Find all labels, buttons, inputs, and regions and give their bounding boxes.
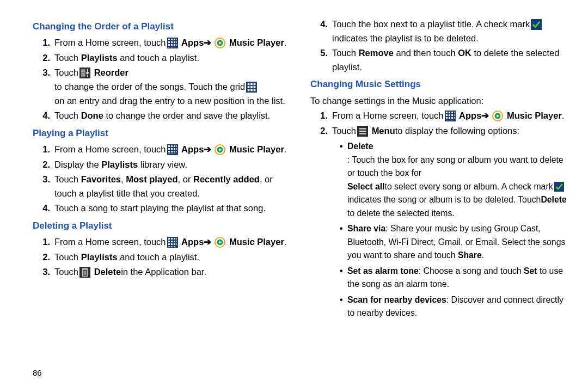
step: 1. From a Home screen, touch Apps ➔ Musi… — [310, 109, 572, 123]
right-column: 4. Touch the box next to a playlist titl… — [310, 16, 572, 326]
text: Remove — [359, 48, 394, 58]
step: 2. Touch Playlists and touch a playlist. — [33, 250, 294, 265]
arrow-icon: ➔ — [204, 36, 213, 50]
text: Set — [524, 266, 537, 275]
text: Touch — [332, 48, 359, 58]
grid-icon — [246, 82, 257, 93]
text: Share via — [347, 224, 385, 233]
step: 2. Touch Menu to display the following o… — [310, 124, 572, 322]
text: Touch — [332, 124, 356, 138]
text: Touch a song to start playing the playli… — [54, 201, 294, 216]
text: Delete — [347, 140, 373, 153]
step: 3. Touch Favorites, Most played, or Rece… — [33, 173, 294, 200]
text: Touch — [54, 252, 81, 262]
text: Touch — [54, 53, 81, 63]
music-player-label: Music Player — [229, 235, 284, 249]
text: Touch — [54, 265, 78, 279]
step: 4. Touch Done to change the order and sa… — [33, 109, 294, 123]
menu-options: Delete: Touch the box for any song or al… — [332, 140, 572, 320]
step: 4. Touch the box next to a playlist titl… — [310, 17, 572, 45]
step: 3. Touch Reorder to change the order of … — [33, 66, 294, 108]
apps-icon — [167, 237, 178, 248]
text: Share — [458, 250, 482, 260]
steps-settings: 1. From a Home screen, touch Apps ➔ Musi… — [310, 109, 572, 322]
step: 1. From a Home screen, touch Apps ➔ Musi… — [33, 143, 294, 157]
heading-playing: Playing a Playlist — [33, 126, 294, 140]
text: Playlists — [81, 53, 118, 63]
text: Favorites — [81, 174, 121, 184]
text: indicates the song or album is to be del… — [347, 193, 541, 206]
text: to delete the selected items. — [347, 207, 455, 220]
music-player-icon — [215, 237, 225, 248]
text: Done — [81, 111, 103, 120]
text: to select every song or album. A check m… — [385, 180, 553, 193]
list-item: Scan for nearby devices: Discover and co… — [340, 293, 572, 320]
text: From a Home screen, touch — [54, 235, 166, 249]
text: , or — [178, 174, 193, 184]
steps-change-order: 1. From a Home screen, touch Apps ➔ Musi… — [33, 36, 294, 122]
text: Menu — [372, 124, 395, 138]
text: Playlists — [101, 160, 138, 169]
music-player-icon — [215, 38, 225, 48]
heading-change-order: Changing the Order of a Playlist — [33, 20, 294, 34]
list-item: Delete: Touch the box for any song or al… — [340, 140, 572, 220]
text: From a Home screen, touch — [54, 143, 166, 157]
text: Recently added — [193, 174, 260, 184]
list-item: Share via: Share your music by using Gro… — [340, 222, 572, 262]
step: 3. Touch Delete in the Application bar. — [33, 265, 294, 279]
text: indicates the playlist is to be deleted. — [332, 32, 479, 46]
heading-deleting: Deleting a Playlist — [33, 219, 294, 233]
text: Touch — [54, 111, 81, 120]
steps-deleting: 1. From a Home screen, touch Apps ➔ Musi… — [33, 235, 294, 279]
step: 1. From a Home screen, touch Apps ➔ Musi… — [33, 235, 294, 249]
text: Playlists — [81, 252, 118, 262]
steps-playing: 1. From a Home screen, touch Apps ➔ Musi… — [33, 143, 294, 216]
text: Scan for nearby devices — [347, 295, 446, 304]
text: Set as alarm tone — [347, 266, 419, 275]
manual-page: Changing the Order of a Playlist 1. From… — [0, 0, 588, 336]
apps-label: Apps — [181, 36, 204, 50]
step: 5. Touch Remove and then touch OK to del… — [310, 46, 572, 74]
text: to display the following options: — [395, 124, 519, 138]
heading-settings: Changing Music Settings — [310, 77, 572, 91]
reorder-icon — [79, 68, 90, 78]
text: Reorder — [94, 66, 128, 80]
apps-label: Apps — [181, 143, 204, 157]
text: Touch — [54, 174, 81, 184]
apps-label: Apps — [459, 109, 481, 123]
text: and then touch — [394, 48, 458, 58]
check-icon — [554, 182, 564, 192]
step: 4.Touch a song to start playing the play… — [33, 201, 294, 216]
intro-text: To change settings in the Music applicat… — [310, 94, 572, 108]
apps-icon — [445, 111, 456, 121]
step: 1. From a Home screen, touch Apps ➔ Musi… — [33, 36, 294, 50]
page-number: 86 — [33, 366, 42, 379]
music-player-label: Music Player — [229, 36, 284, 50]
step: 2. Display the Playlists library view. — [33, 158, 294, 172]
text: Most played — [126, 174, 177, 184]
arrow-icon: ➔ — [204, 235, 213, 249]
text: in the Application bar. — [121, 265, 206, 279]
text: Touch — [54, 66, 78, 80]
text: Delete — [94, 265, 121, 279]
arrow-icon: ➔ — [481, 109, 491, 123]
text: and touch a playlist. — [118, 252, 199, 262]
text: : Touch the box for any song or album yo… — [347, 154, 572, 180]
text: and touch a playlist. — [118, 53, 199, 63]
step: 2. Touch Playlists and touch a playlist. — [33, 51, 294, 65]
arrow-icon: ➔ — [204, 143, 213, 157]
text: Delete — [541, 193, 566, 206]
music-player-label: Music Player — [229, 143, 284, 157]
text: From a Home screen, touch — [54, 36, 166, 50]
apps-label: Apps — [181, 235, 204, 249]
text: to change the order of the songs. Touch … — [54, 80, 245, 94]
text: Touch the box next to a playlist title. … — [332, 17, 530, 32]
apps-icon — [167, 144, 178, 155]
steps-delete-cont: 4. Touch the box next to a playlist titl… — [310, 17, 572, 74]
menu-icon — [357, 126, 368, 137]
list-item: Set as alarm tone: Choose a song and tou… — [340, 265, 572, 291]
text: Display the — [54, 160, 101, 169]
text: OK — [458, 48, 471, 58]
text: , — [121, 174, 126, 184]
music-player-icon — [492, 111, 503, 121]
